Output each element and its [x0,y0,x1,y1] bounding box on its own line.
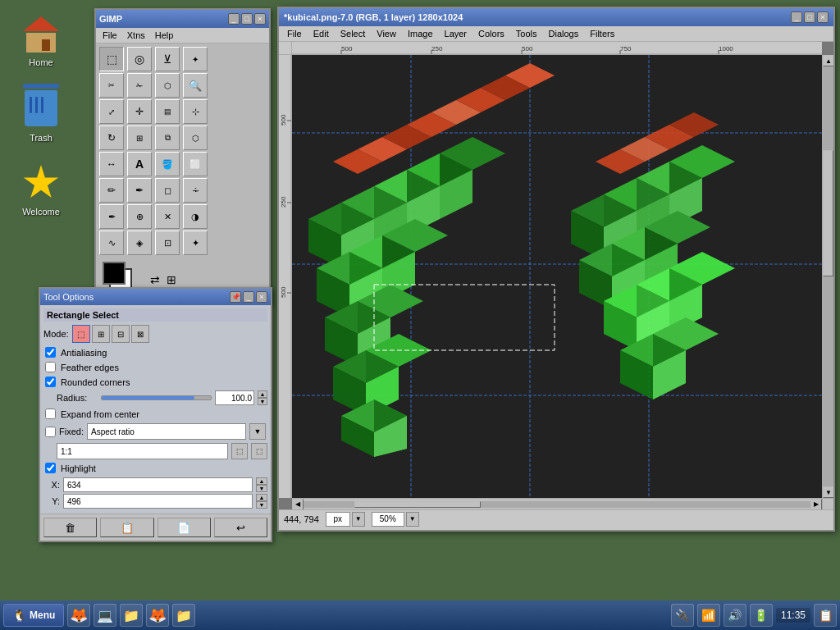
x-input[interactable] [63,477,253,492]
desktop-icon-home[interactable]: Home [0,8,82,74]
tool-text[interactable]: A [127,152,152,176]
canvas-viewport[interactable] [292,55,822,498]
fixed-select[interactable]: Aspect ratio [87,423,246,440]
tool-paths[interactable]: ⬡ [155,73,180,98]
scroll-h-track[interactable] [304,501,810,508]
unit-dropdown-btn[interactable]: ▼ [352,512,365,527]
tool-crop[interactable]: ⊹ [183,99,208,124]
taskbar-icon-folder2[interactable]: 📁 [172,604,195,627]
unit-input[interactable] [326,512,350,527]
tool-blend[interactable]: ⬜ [183,152,208,176]
gimp-close-btn[interactable]: × [254,13,266,25]
tool-scale[interactable]: ⊞ [127,126,152,150]
tool-options-pin[interactable]: 📌 [230,291,241,303]
mode-subtract-btn[interactable]: ⊟ [112,325,130,343]
fixed-checkbox[interactable] [45,427,56,437]
desktop-icon-welcome[interactable]: Welcome [0,156,82,223]
scroll-left-btn[interactable]: ◀ [292,499,304,510]
zoom-dropdown-btn[interactable]: ▼ [406,512,419,527]
tool-dodge[interactable]: ◑ [183,204,208,229]
taskbar-icon-firefox[interactable]: 🦊 [67,604,90,627]
desktop-icon-trash[interactable]: Trash [0,80,82,149]
tool-measure[interactable]: ⤢ [99,99,124,124]
main-menu-tools[interactable]: Tools [511,28,542,39]
y-down-btn[interactable]: ▼ [256,501,267,509]
gimp-maximize-btn[interactable]: □ [241,13,253,25]
taskbar-bluetooth-icon[interactable]: 📶 [697,604,720,627]
tool-airbrush[interactable]: ∻ [183,178,208,203]
main-menu-colors[interactable]: Colors [473,28,509,39]
tool-zoom[interactable]: 🔍 [183,73,208,98]
gimp-titlebar[interactable]: GIMP _ □ × [96,10,269,28]
radius-value[interactable]: 100.0 [215,390,254,405]
tool-pencil[interactable]: ✏ [99,178,124,203]
scrollbar-horizontal[interactable]: ◀ ▶ [292,498,822,509]
gimp-menu-help[interactable]: Help [152,30,177,41]
antialiasing-checkbox[interactable] [45,347,56,358]
radius-slider-track[interactable] [101,395,212,400]
tool-smudge[interactable]: ∿ [99,231,124,255]
color-swap-icon[interactable]: ⇄ [150,273,160,286]
tool-foreground-select[interactable]: ⊡ [155,231,180,255]
main-titlebar[interactable]: *kubical.png-7.0 (RGB, 1 layer) 1280x102… [279,8,833,26]
mode-replace-btn[interactable]: ⬚ [72,325,90,343]
rounded-corners-checkbox[interactable] [45,377,56,387]
scroll-h-thumb[interactable] [354,501,482,508]
ratio-input[interactable] [57,443,228,459]
tool-scissors[interactable]: ✁ [127,73,152,98]
x-up-btn[interactable]: ▲ [256,477,267,485]
tool-options-close[interactable]: × [256,291,267,303]
revert-btn[interactable]: ↩ [214,518,267,537]
tool-color-picker[interactable]: ✦ [183,231,208,255]
taskbar-menu-btn[interactable]: 🐧 Menu [3,604,64,627]
highlight-checkbox[interactable] [45,463,56,473]
tool-options-minimize[interactable]: _ [243,291,254,303]
main-menu-dialogs[interactable]: Dialogs [544,28,584,39]
tool-flip[interactable]: ↔ [99,152,124,176]
gimp-menu-xtns[interactable]: Xtns [124,30,148,41]
paste-btn[interactable]: 📄 [158,518,211,537]
radius-up-btn[interactable]: ▲ [258,390,267,398]
gimp-menu-file[interactable]: File [99,30,121,41]
main-menu-file[interactable]: File [282,28,307,39]
scroll-right-btn[interactable]: ▶ [810,499,822,510]
ratio-btn-2[interactable]: ⬚ [251,443,267,459]
main-close-btn[interactable]: × [817,11,829,23]
scroll-up-btn[interactable]: ▲ [823,55,833,66]
taskbar-icon-folder[interactable]: 📁 [120,604,143,627]
mode-intersect-btn[interactable]: ⊠ [131,325,149,343]
taskbar-sound-icon[interactable]: 🔊 [724,604,746,627]
tool-align[interactable]: ▤ [155,99,180,124]
tool-perspective[interactable]: ⬡ [183,126,208,150]
zoom-input[interactable] [372,512,404,527]
tool-heal[interactable]: ✕ [155,204,180,229]
mode-add-btn[interactable]: ⊞ [92,325,110,343]
foreground-color-swatch[interactable] [103,262,126,285]
scroll-down-btn[interactable]: ▼ [823,486,833,498]
main-menu-view[interactable]: View [372,28,401,39]
main-menu-edit[interactable]: Edit [308,28,334,39]
tool-ellipse-select[interactable]: ◎ [127,47,152,71]
taskbar-battery-icon[interactable]: 🔋 [750,604,773,627]
tool-rotate[interactable]: ↻ [99,126,124,150]
radius-down-btn[interactable]: ▼ [258,398,267,405]
scroll-v-track[interactable] [823,66,833,486]
tool-bucket-fill[interactable]: 🪣 [155,152,180,176]
scroll-v-thumb[interactable] [823,150,833,276]
reset-btn[interactable]: 🗑 [43,518,97,537]
y-up-btn[interactable]: ▲ [256,494,267,501]
y-input[interactable] [63,494,253,509]
tool-paintbrush[interactable]: ✒ [127,178,152,203]
tool-move[interactable]: ✛ [127,99,152,124]
main-menu-select[interactable]: Select [336,28,371,39]
main-menu-filters[interactable]: Filters [585,28,619,39]
tool-fuzzy-select[interactable]: ✦ [183,47,208,71]
feather-edges-checkbox[interactable] [45,362,56,372]
tool-sharpen[interactable]: ◈ [127,231,152,255]
tool-eraser[interactable]: ◻ [155,178,180,203]
tool-options-titlebar[interactable]: Tool Options 📌 _ × [40,289,271,305]
taskbar-icon-firefox2[interactable]: 🦊 [146,604,169,627]
taskbar-icon-files[interactable]: 💻 [94,604,116,627]
taskbar-network-icon[interactable]: 🔌 [671,604,694,627]
taskbar-notifications-icon[interactable]: 📋 [814,604,837,627]
